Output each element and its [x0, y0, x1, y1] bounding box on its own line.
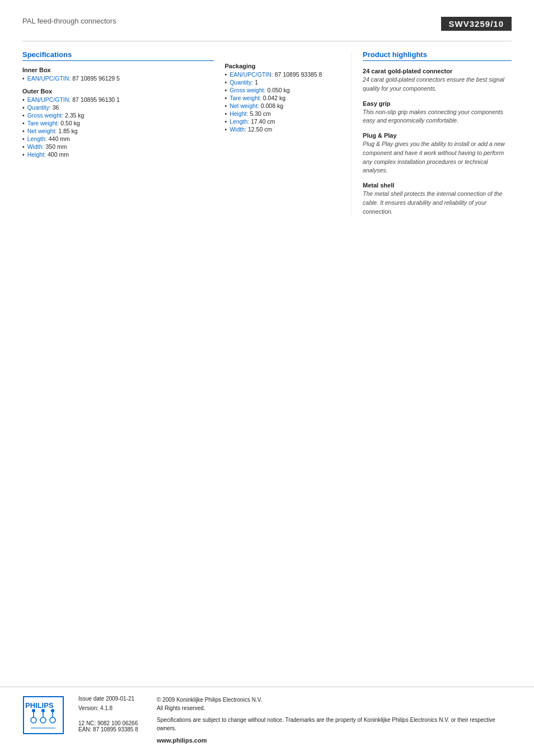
- list-item: Net weight:0.008 kg: [225, 102, 346, 110]
- list-item: Height:5.30 cm: [225, 110, 346, 118]
- spec-value: 17.40 cm: [251, 118, 275, 125]
- issue-date-value: 2009-01-21: [106, 696, 134, 702]
- highlight-title-0: 24 carat gold-plated connector: [363, 68, 512, 74]
- list-item: Height:400 mm: [22, 151, 214, 158]
- spec-label: EAN/UPC/GTIN:: [27, 75, 71, 82]
- footer-nc: 12 NC: 9082 100 06266: [78, 720, 146, 726]
- product-code: SWV3259/10: [441, 17, 512, 31]
- footer-nc-ean: 12 NC: 9082 100 06266 EAN: 87 10895 9338…: [78, 720, 146, 732]
- outer-box-title: Outer Box: [22, 88, 214, 95]
- version-key: Version:: [78, 705, 99, 711]
- spec-label: Length:: [27, 135, 47, 142]
- copyright-line1: © 2009 Koninklijke Philips Electronics N…: [157, 697, 262, 703]
- spec-value: 5.30 cm: [250, 110, 270, 117]
- spec-value: 350 mm: [45, 143, 67, 150]
- highlight-desc-0: 24 carat gold-plated connectors ensure t…: [363, 76, 512, 93]
- packaging-title: Packaging: [225, 63, 346, 69]
- spec-value: 440 mm: [49, 135, 70, 142]
- spec-label: Gross weight:: [229, 87, 265, 93]
- spec-label: EAN/UPC/GTIN:: [229, 71, 273, 78]
- spec-value: 87 10895 96130 1: [72, 96, 120, 103]
- list-item: Tare weight:0.042 kg: [225, 94, 346, 102]
- footer-copyright: © 2009 Koninklijke Philips Electronics N…: [157, 696, 512, 712]
- spec-label: Tare weight:: [27, 120, 59, 126]
- spec-label: Tare weight:: [229, 95, 261, 101]
- list-item: Length:17.40 cm: [225, 118, 346, 125]
- page: PAL feed-through connectors SWV3259/10 S…: [0, 0, 534, 756]
- copyright-line2: All Rights reserved.: [157, 705, 205, 711]
- footer-right: © 2009 Koninklijke Philips Electronics N…: [157, 696, 512, 745]
- spec-label: Width:: [27, 143, 44, 150]
- packaging-column: PackagingEAN/UPC/GTIN:87 10895 93385 8Qu…: [225, 50, 352, 216]
- version-label: Version: 4.1.8: [78, 705, 146, 711]
- spec-label: Height:: [27, 151, 46, 158]
- list-item: Net weight:1.85 kg: [22, 127, 214, 135]
- spec-label: Quantity:: [229, 79, 253, 86]
- spec-value: 400 mm: [48, 151, 69, 158]
- issue-date-label: Issue date 2009-01-21: [78, 696, 146, 702]
- footer-ean: EAN: 87 10895 93385 8: [78, 726, 146, 732]
- spec-label: Height:: [229, 110, 248, 117]
- highlight-desc-2: Plug & Play gives you the ability to ins…: [363, 140, 512, 175]
- main-content: SpecificationsInner BoxEAN/UPC/GTIN:87 1…: [22, 50, 512, 216]
- list-item: Quantity:36: [22, 104, 214, 111]
- list-item: Width:350 mm: [22, 143, 214, 151]
- highlight-title-3: Metal shell: [363, 182, 512, 189]
- highlight-title-2: Plug & Play: [363, 132, 512, 139]
- inner-box-list: EAN/UPC/GTIN:87 10895 96129 5: [22, 74, 214, 82]
- svg-text:PHILIPS: PHILIPS: [25, 701, 54, 710]
- list-item: Quantity:1: [225, 78, 346, 86]
- spec-value: 0.008 kg: [261, 102, 283, 109]
- spec-value: 36: [53, 104, 59, 111]
- highlight-desc-3: The metal shell protects the internal co…: [363, 190, 512, 216]
- spec-value: 0.50 kg: [60, 120, 79, 126]
- list-item: Width:12.50 cm: [225, 125, 346, 133]
- list-item: Gross weight:2.35 kg: [22, 111, 214, 119]
- highlights-column: Product highlights24 carat gold-plated c…: [351, 50, 512, 216]
- spec-value: 87 10895 96129 5: [72, 75, 120, 82]
- spec-label: Gross weight:: [27, 112, 63, 119]
- specifications-column: SpecificationsInner BoxEAN/UPC/GTIN:87 1…: [22, 50, 225, 216]
- spec-value: 2.35 kg: [65, 112, 84, 119]
- svg-point-2: [31, 717, 36, 723]
- svg-point-9: [41, 709, 45, 712]
- spec-label: Net weight:: [27, 128, 57, 134]
- highlights-title: Product highlights: [363, 50, 512, 61]
- list-item: EAN/UPC/GTIN:87 10895 96129 5: [22, 74, 214, 82]
- spec-value: 0.050 kg: [267, 87, 289, 93]
- spec-label: Width:: [229, 126, 246, 133]
- svg-point-8: [32, 709, 35, 712]
- svg-point-3: [40, 717, 46, 723]
- outer-box-list: EAN/UPC/GTIN:87 10895 96130 1Quantity:36…: [22, 96, 214, 158]
- spec-value: 12.50 cm: [248, 126, 272, 133]
- spec-value: 1: [255, 79, 258, 86]
- list-item: Gross weight:0.050 kg: [225, 86, 346, 94]
- spec-label: EAN/UPC/GTIN:: [27, 96, 71, 103]
- spec-label: Quantity:: [27, 104, 51, 111]
- spec-label: Net weight:: [229, 102, 259, 109]
- packaging-list: EAN/UPC/GTIN:87 10895 93385 8Quantity:1G…: [225, 71, 346, 133]
- list-item: Length:440 mm: [22, 135, 214, 143]
- footer-website: www.philips.com: [157, 737, 207, 744]
- philips-logo-icon: PHILIPS: [22, 696, 64, 735]
- spec-label: Length:: [229, 118, 249, 125]
- version-value: 4.1.8: [100, 705, 113, 711]
- spec-value: 0.042 kg: [263, 95, 285, 101]
- header: PAL feed-through connectors SWV3259/10: [22, 17, 512, 31]
- spec-value: 1.85 kg: [58, 128, 77, 134]
- footer: PHILIPS Issue date 2009-01-21 Version:: [0, 687, 534, 745]
- inner-box-title: Inner Box: [22, 67, 214, 73]
- highlight-desc-1: This non-slip grip makes connecting your…: [363, 108, 512, 126]
- spec-value: 87 10895 93385 8: [275, 71, 322, 78]
- footer-disclaimer: Specifications are subject to change wit…: [157, 716, 512, 732]
- list-item: EAN/UPC/GTIN:87 10895 96130 1: [22, 96, 214, 104]
- specifications-title: Specifications: [22, 50, 214, 61]
- list-item: Tare weight:0.50 kg: [22, 119, 214, 127]
- svg-point-4: [50, 717, 55, 723]
- header-divider: [22, 41, 512, 41]
- footer-website-container: www.philips.com: [157, 736, 512, 745]
- svg-point-10: [51, 709, 54, 712]
- page-title: PAL feed-through connectors: [22, 17, 116, 25]
- list-item: EAN/UPC/GTIN:87 10895 93385 8: [225, 71, 346, 78]
- highlight-title-1: Easy grip: [363, 100, 512, 107]
